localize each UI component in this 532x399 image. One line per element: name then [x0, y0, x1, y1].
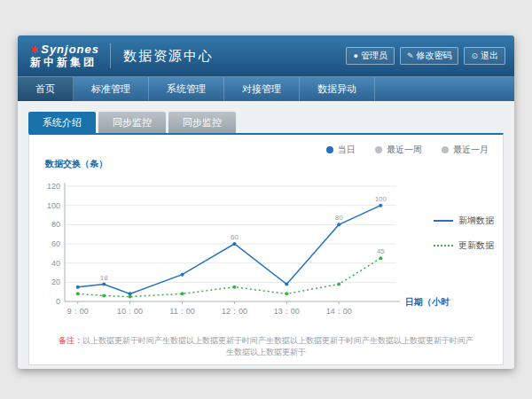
page-title: 数据资源中心 — [123, 48, 214, 65]
svg-text:40: 40 — [51, 259, 60, 268]
svg-text:14：00: 14：00 — [326, 307, 352, 316]
svg-text:100: 100 — [47, 201, 60, 210]
svg-text:45: 45 — [377, 247, 385, 255]
radio-dot-icon — [442, 146, 449, 153]
svg-text:60: 60 — [51, 239, 60, 248]
legend-update-data[interactable]: 更新数据 — [434, 239, 494, 252]
admin-button[interactable]: ● 管理员 — [346, 47, 394, 65]
brand-name-text: Synjones — [41, 43, 99, 56]
legend-new-data-label: 新增数据 — [458, 215, 494, 227]
brand-logo: ✱Synjones 新中新集团 — [27, 43, 111, 67]
tab-sync-monitor-2[interactable]: 同步监控 — [168, 112, 236, 133]
nav-item-standard-mgmt[interactable]: 标准管理 — [74, 77, 149, 101]
legend-option-last-week-label: 最近一周 — [387, 144, 422, 156]
svg-text:日期（小时）: 日期（小时） — [405, 297, 451, 307]
svg-text:18: 18 — [100, 274, 108, 282]
main-nav: 首页 标准管理 系统管理 对接管理 数据异动 — [18, 76, 514, 101]
brand-name: ✱Synjones — [30, 43, 99, 56]
change-password-button[interactable]: ✎ 修改密码 — [400, 47, 459, 65]
footnote-label: 备注： — [59, 336, 82, 345]
legend-option-last-month-label: 最近一月 — [453, 144, 489, 156]
svg-text:11：00: 11：00 — [169, 307, 194, 316]
svg-text:80: 80 — [335, 214, 343, 222]
admin-button-label: 管理员 — [361, 50, 387, 62]
nav-item-data-change[interactable]: 数据异动 — [300, 77, 375, 101]
legend-option-today-label: 当日 — [338, 144, 356, 156]
line-chart: 0204060801001209：0010：0011：0012：0013：001… — [35, 174, 451, 325]
header-actions: ● 管理员 ✎ 修改密码 ⊙ 退出 — [346, 47, 505, 65]
user-icon: ● — [353, 51, 357, 60]
svg-text:120: 120 — [47, 182, 60, 191]
svg-text:10：00: 10：00 — [117, 307, 143, 316]
logout-button[interactable]: ⊙ 退出 — [464, 47, 505, 65]
change-password-label: 修改密码 — [416, 50, 451, 62]
dotted-line-icon — [434, 245, 453, 246]
legend-option-today[interactable]: 当日 — [326, 144, 356, 156]
svg-text:20: 20 — [51, 278, 60, 286]
nav-item-connect-mgmt[interactable]: 对接管理 — [224, 77, 300, 101]
svg-text:80: 80 — [51, 220, 60, 229]
app-window: ✱Synjones 新中新集团 数据资源中心 ● 管理员 ✎ 修改密码 ⊙ 退出… — [18, 35, 514, 369]
period-legend: 当日 最近一周 最近一月 — [29, 135, 503, 156]
svg-text:13：00: 13：00 — [274, 307, 300, 316]
chart-area: 0204060801001209：0010：0011：0012：0013：001… — [29, 174, 503, 325]
svg-text:9：00: 9：00 — [67, 307, 89, 316]
radio-dot-icon — [326, 146, 333, 153]
chart-panel: 当日 最近一周 最近一月 数据交换（条） 0204060801001209：00… — [28, 133, 504, 365]
logout-label: 退出 — [481, 50, 498, 62]
tab-bar: 系统介绍 同步监控 同步监控 — [28, 112, 504, 133]
nav-item-home[interactable]: 首页 — [18, 77, 74, 101]
edit-icon: ✎ — [407, 51, 414, 60]
legend-new-data[interactable]: 新增数据 — [434, 215, 494, 227]
footnote-text: 以上数据更新于时间产生数据以上数据更新于时间产生数据以上数据更新于时间产生数据以… — [82, 336, 473, 356]
power-icon: ⊙ — [471, 51, 478, 60]
brand-star-icon: ✱ — [30, 44, 39, 55]
svg-text:60: 60 — [231, 233, 239, 241]
series-legend: 新增数据 更新数据 — [434, 215, 494, 252]
svg-text:100: 100 — [375, 195, 387, 203]
radio-dot-icon — [375, 146, 382, 153]
legend-option-last-week[interactable]: 最近一周 — [375, 144, 422, 156]
svg-text:0: 0 — [56, 297, 60, 306]
solid-line-icon — [434, 220, 453, 222]
nav-item-system-mgmt[interactable]: 系统管理 — [149, 77, 224, 101]
legend-option-last-month[interactable]: 最近一月 — [442, 144, 489, 156]
y-axis-title: 数据交换（条） — [45, 158, 503, 170]
svg-text:12：00: 12：00 — [222, 307, 247, 316]
brand-subtitle: 新中新集团 — [30, 57, 99, 68]
legend-update-data-label: 更新数据 — [458, 239, 494, 252]
app-header: ✱Synjones 新中新集团 数据资源中心 ● 管理员 ✎ 修改密码 ⊙ 退出 — [18, 35, 514, 76]
footnote: 备注：以上数据更新于时间产生数据以上数据更新于时间产生数据以上数据更新于时间产生… — [29, 335, 503, 358]
tab-sync-monitor-1[interactable]: 同步监控 — [98, 112, 166, 133]
tab-system-intro[interactable]: 系统介绍 — [28, 112, 96, 133]
